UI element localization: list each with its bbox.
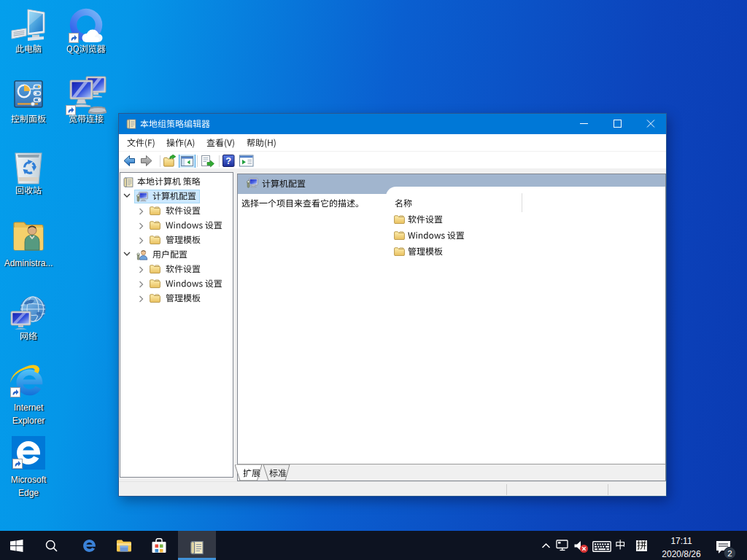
svg-text:?: ? bbox=[225, 155, 231, 166]
svg-text:2: 2 bbox=[727, 549, 732, 558]
